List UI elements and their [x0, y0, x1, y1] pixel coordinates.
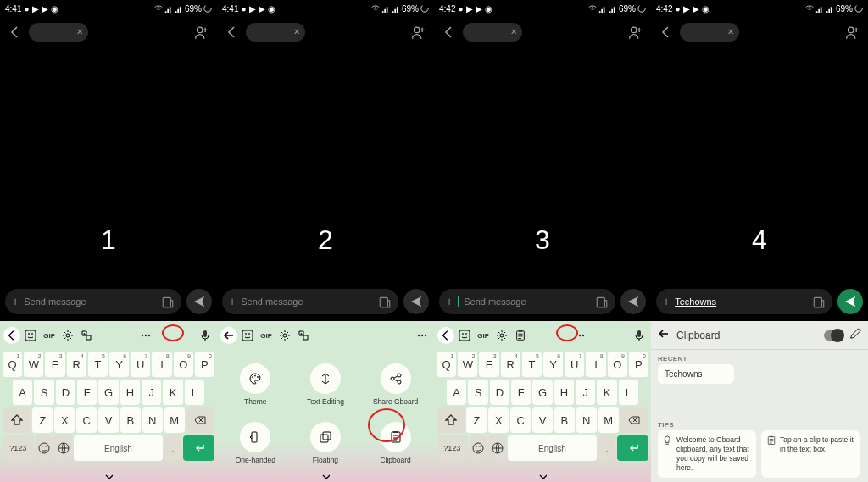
key-I[interactable]: I8 [152, 352, 171, 377]
key-E[interactable]: E3 [479, 352, 498, 377]
more-button[interactable] [571, 327, 588, 344]
collapse-icon[interactable] [104, 472, 113, 480]
key-P[interactable]: P0 [195, 352, 214, 377]
menu-item-textedit[interactable]: Text Editing [292, 357, 359, 412]
back-arrow-button[interactable] [220, 327, 237, 344]
key-T[interactable]: T5 [522, 352, 542, 377]
key-F[interactable]: F [77, 380, 97, 405]
clear-icon[interactable]: ✕ [727, 28, 734, 36]
key-C[interactable]: C [76, 407, 97, 433]
collapse-icon[interactable] [321, 472, 330, 480]
key-S[interactable]: S [34, 380, 53, 405]
settings-icon[interactable] [59, 327, 76, 344]
mic-button[interactable] [197, 327, 214, 344]
key-K[interactable]: K [597, 380, 616, 405]
key-B[interactable]: B [554, 407, 575, 433]
key-Q[interactable]: Q1 [3, 352, 22, 377]
send-button[interactable] [186, 289, 212, 314]
back-button[interactable] [8, 25, 22, 39]
key-J[interactable]: J [142, 380, 161, 405]
sticker-button[interactable] [595, 295, 609, 308]
add-contact-button[interactable] [627, 25, 643, 40]
space-key[interactable]: English [74, 435, 162, 461]
collapse-icon[interactable] [538, 472, 547, 480]
key-P[interactable]: P0 [629, 352, 648, 377]
search-field[interactable]: ✕ [246, 23, 305, 42]
send-button[interactable] [620, 289, 646, 314]
attach-button[interactable]: + [229, 295, 236, 308]
message-input[interactable]: + Send message [439, 289, 615, 314]
key-S[interactable]: S [468, 380, 487, 405]
sticker-icon[interactable] [456, 327, 473, 344]
mic-button[interactable] [631, 327, 648, 344]
settings-icon[interactable] [276, 327, 293, 344]
chevron-button[interactable] [437, 327, 454, 344]
key-X[interactable]: X [54, 407, 75, 433]
key-M[interactable]: M [164, 407, 185, 433]
key-Y[interactable]: Y6 [543, 352, 563, 377]
menu-item-share[interactable]: Share Gboard [362, 357, 429, 412]
add-contact-button[interactable] [410, 25, 426, 40]
enter-key[interactable] [617, 435, 648, 461]
key-U[interactable]: U7 [565, 352, 584, 377]
key-G[interactable]: G [98, 380, 118, 405]
space-key[interactable]: English [508, 435, 596, 461]
clipboard-item[interactable]: Techowns [658, 364, 734, 384]
key-Z[interactable]: Z [466, 407, 487, 433]
back-arrow-button[interactable] [658, 328, 670, 343]
key-T[interactable]: T5 [88, 352, 108, 377]
sticker-button[interactable] [378, 295, 392, 308]
emoji-key[interactable] [470, 435, 487, 461]
attach-button[interactable]: + [663, 295, 670, 308]
settings-icon[interactable] [493, 327, 510, 344]
clipboard-toggle[interactable] [824, 330, 843, 341]
key-N[interactable]: N [576, 407, 597, 433]
globe-key[interactable] [54, 435, 72, 461]
back-button[interactable] [225, 25, 239, 39]
search-field[interactable]: ✕ [463, 23, 522, 42]
key-R[interactable]: R4 [67, 352, 86, 377]
key-O[interactable]: O9 [608, 352, 627, 377]
shift-key[interactable] [3, 407, 31, 433]
symbols-key[interactable]: ?123 [437, 435, 468, 461]
menu-item-floating[interactable]: Floating [292, 415, 359, 470]
key-V[interactable]: V [532, 407, 553, 433]
send-button[interactable] [837, 289, 863, 314]
key-F[interactable]: F [511, 380, 531, 405]
key-D[interactable]: D [56, 380, 75, 405]
key-H[interactable]: H [120, 380, 140, 405]
key-Q[interactable]: Q1 [437, 352, 456, 377]
backspace-key[interactable] [186, 407, 214, 433]
tip-card[interactable]: Tap on a clip to paste it in the text bo… [761, 430, 860, 478]
period-key[interactable]: . [164, 435, 182, 461]
key-M[interactable]: M [598, 407, 619, 433]
key-J[interactable]: J [576, 380, 595, 405]
tip-card[interactable]: Welcome to Gboard clipboard, any text th… [658, 430, 756, 478]
edit-button[interactable] [849, 328, 861, 343]
add-contact-button[interactable] [844, 25, 860, 40]
key-A[interactable]: A [447, 380, 466, 405]
key-K[interactable]: K [163, 380, 182, 405]
globe-key[interactable] [488, 435, 506, 461]
key-Y[interactable]: Y6 [109, 352, 129, 377]
menu-item-palette[interactable]: Theme [222, 357, 289, 412]
key-E[interactable]: E3 [45, 352, 64, 377]
attach-button[interactable]: + [446, 295, 453, 308]
clear-icon[interactable]: ✕ [76, 28, 83, 36]
key-Z[interactable]: Z [32, 407, 53, 433]
period-key[interactable]: . [598, 435, 616, 461]
gif-button[interactable]: GIF [41, 327, 58, 344]
more-button[interactable] [414, 327, 431, 344]
menu-item-clipboard[interactable]: Clipboard [362, 415, 429, 470]
key-L[interactable]: L [185, 380, 204, 405]
key-U[interactable]: U7 [131, 352, 150, 377]
key-G[interactable]: G [532, 380, 552, 405]
backspace-key[interactable] [620, 407, 648, 433]
attach-button[interactable]: + [12, 295, 19, 308]
message-input[interactable]: + Techowns [656, 289, 832, 314]
symbols-key[interactable]: ?123 [3, 435, 34, 461]
key-N[interactable]: N [142, 407, 163, 433]
message-input[interactable]: + Send message [5, 289, 181, 314]
message-input[interactable]: + Send message [222, 289, 398, 314]
key-W[interactable]: W2 [458, 352, 477, 377]
